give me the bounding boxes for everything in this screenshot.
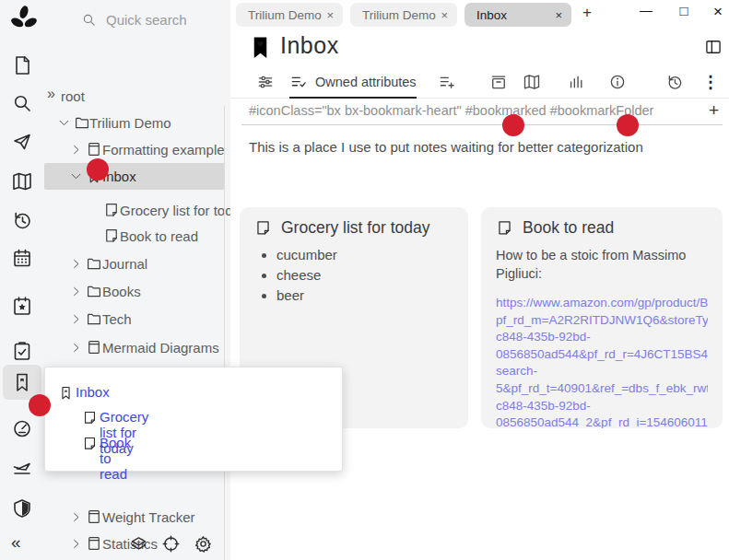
amazon-link-line[interactable]: c848-435b-92bd-	[496, 398, 708, 415]
new-note-icon	[11, 54, 33, 76]
chevron-down-icon[interactable]	[57, 116, 71, 130]
chevron-right-icon[interactable]	[69, 537, 83, 551]
annotation-dot-3	[617, 114, 639, 136]
chevron-down-icon[interactable]	[69, 169, 83, 183]
minimize-button[interactable]: —	[636, 3, 656, 18]
popup-link-label[interactable]: Inbox	[76, 384, 110, 400]
amazon-link-line[interactable]: 0856850ad544_2&pf_rd_i=154606011	[496, 414, 708, 428]
ribbon-bar-chart[interactable]	[567, 70, 585, 94]
plane-takeoff-icon	[11, 456, 33, 478]
maximize-button[interactable]: □	[674, 3, 694, 18]
chevron-right-icon[interactable]	[69, 143, 83, 157]
bar-chart-icon	[567, 73, 585, 91]
folder-icon	[86, 255, 102, 272]
tree-item-label[interactable]: root	[61, 88, 85, 105]
collapse-pane-button[interactable]: «	[11, 532, 21, 553]
chevron-right-icon[interactable]	[69, 312, 83, 326]
ribbon-archive[interactable]	[489, 70, 508, 94]
tree-item-tech[interactable]: Tech	[0, 306, 230, 332]
crosshair-icon	[161, 534, 181, 554]
crosshair-button[interactable]	[161, 534, 181, 554]
tree-item-mermaid-diagrams[interactable]: Mermaid Diagrams	[0, 334, 230, 361]
ribbon-dots[interactable]: ⋮	[702, 70, 719, 94]
tab-inbox-2[interactable]: Inbox×	[464, 3, 571, 27]
attributes-text[interactable]: #iconClass="bx bx-bookmark-heart" #bookm…	[249, 103, 653, 118]
tree-item-grocery-list-for-tod[interactable]: Grocery list for tod	[0, 197, 230, 224]
amazon-link-line[interactable]: https://www.amazon.com/gp/product/B	[496, 295, 708, 312]
child-note-card-book[interactable]: Book to read How to be a stoic from Mass…	[481, 207, 723, 428]
book-icon	[86, 535, 102, 552]
layers-button[interactable]	[129, 534, 148, 554]
add-attribute-button[interactable]: +	[709, 100, 719, 121]
ribbon-info[interactable]	[608, 70, 627, 94]
tree-item-label[interactable]: Book to read	[120, 228, 198, 245]
gear-button[interactable]	[194, 534, 213, 554]
archive-icon	[489, 73, 508, 91]
ribbon-sliders[interactable]	[256, 70, 275, 94]
note-icon	[254, 219, 272, 237]
root-chevron-icon[interactable]: »	[47, 86, 55, 102]
annotation-dot-2	[502, 114, 524, 136]
tab-close-icon[interactable]: ×	[441, 8, 448, 22]
tree-item-inbox[interactable]: Inbox	[0, 163, 230, 190]
split-pane-icon[interactable]	[704, 38, 723, 56]
amazon-link-line[interactable]: c848-435b-92bd-	[496, 329, 708, 346]
folder-icon	[74, 114, 90, 131]
tree-scrollbar[interactable]	[224, 106, 225, 560]
ribbon-owned-attributes[interactable]: Owned attributes	[289, 70, 417, 99]
note-icon	[82, 436, 98, 451]
tab-label[interactable]: Inbox	[476, 8, 555, 22]
tab-close-icon[interactable]: ×	[555, 8, 562, 22]
bookmark-icon	[58, 385, 74, 401]
ribbon-map[interactable]	[523, 70, 541, 94]
tree-item-label[interactable]: Trilium Demo	[89, 114, 171, 132]
tree-item-label[interactable]: Journal	[102, 255, 147, 273]
amazon-link[interactable]: https://www.amazon.com/gp/product/Bpf_rd…	[496, 295, 708, 428]
quick-search-input[interactable]: Quick search	[81, 7, 219, 31]
tree-item-label[interactable]: Tech	[102, 310, 132, 328]
tree-item-root[interactable]: »root	[0, 83, 230, 110]
new-tab-button[interactable]: +	[582, 4, 592, 22]
tree-item-label[interactable]: Books	[102, 283, 141, 300]
tree-item-label[interactable]: Weight Tracker	[102, 508, 195, 526]
note-icon	[496, 219, 513, 237]
folder-icon	[86, 310, 102, 327]
amazon-link-line[interactable]: pf_rd_m=A2R2RITDJNW1Q6&storeType=	[496, 312, 708, 330]
ribbon-history[interactable]	[665, 70, 684, 94]
tab-label[interactable]: Trilium Demo	[248, 8, 326, 22]
tree-item-label[interactable]: Mermaid Diagrams	[102, 339, 219, 356]
tree-item-weight-tracker[interactable]: Weight Tracker	[0, 504, 230, 531]
attribute-editor[interactable]: #iconClass="bx bx-bookmark-heart" #bookm…	[241, 99, 723, 125]
book-note-text: How to be a stoic from Massimo Pigliuci:	[496, 246, 710, 283]
annotation-dot-4	[29, 394, 51, 416]
trilium-window: Quick search »rootTrilium DemoFormatting…	[0, 0, 729, 560]
card-title[interactable]: Book to read	[523, 218, 614, 238]
tab-trilium-demo-0[interactable]: Trilium Demo×	[236, 3, 343, 27]
ribbon-label[interactable]: Owned attributes	[315, 75, 417, 89]
tree-item-books[interactable]: Books	[0, 278, 230, 305]
tree-item-trilium-demo[interactable]: Trilium Demo	[0, 110, 230, 136]
amazon-link-line[interactable]: 5&pf_rd_t=40901&ref_=dbs_f_ebk_rwt_s	[496, 380, 708, 398]
close-window-button[interactable]: ×	[708, 3, 728, 21]
map-icon	[523, 73, 541, 91]
tree-item-journal[interactable]: Journal	[0, 251, 230, 277]
chevron-right-icon[interactable]	[69, 285, 83, 298]
tree-item-label[interactable]: Grocery list for tod	[120, 202, 230, 219]
amazon-link-line[interactable]: 0856850ad544&pf_rd_r=4J6CT15BS4X8	[496, 346, 708, 364]
card-title[interactable]: Grocery list for today	[281, 218, 429, 238]
tree-item-book-to-read[interactable]: Book to read	[0, 223, 230, 250]
amazon-link-line[interactable]: search-	[496, 363, 708, 380]
tree-item-label[interactable]: Formatting example	[102, 141, 225, 158]
tab-trilium-demo-1[interactable]: Trilium Demo×	[350, 3, 457, 27]
chevron-right-icon[interactable]	[69, 341, 83, 355]
launcher-new-note[interactable]	[3, 48, 41, 83]
tab-close-icon[interactable]: ×	[326, 8, 334, 22]
launcher-plane-takeoff[interactable]	[3, 449, 41, 484]
tree-item-formatting-example[interactable]: Formatting example	[0, 136, 230, 163]
ribbon-list-plus[interactable]	[438, 70, 456, 94]
tab-label[interactable]: Trilium Demo	[362, 8, 441, 22]
popup-link-label[interactable]: Book to read	[100, 435, 131, 482]
chevron-right-icon[interactable]	[69, 510, 83, 524]
chevron-right-icon[interactable]	[69, 257, 83, 271]
note-description: This is a place I use to put notes waiti…	[249, 139, 643, 155]
